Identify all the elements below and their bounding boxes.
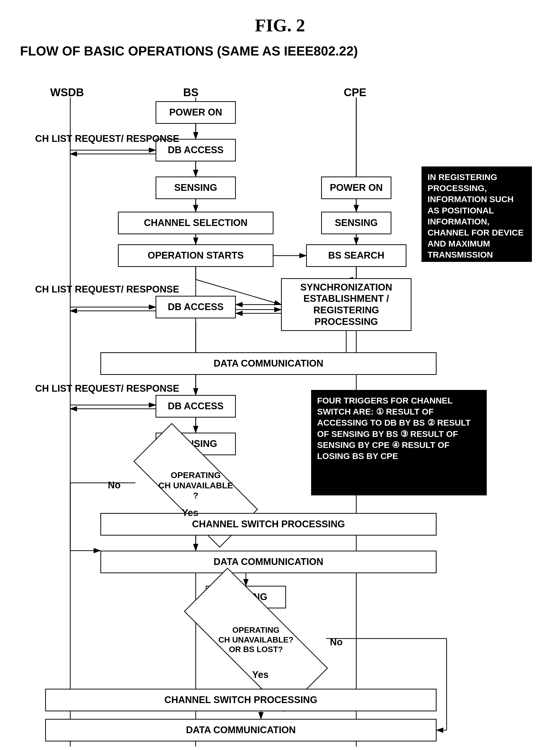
flow-subtitle: FLOW OF BASIC OPERATIONS (SAME AS IEEE80…: [20, 43, 540, 59]
power-on-bs-box: POWER ON: [155, 101, 236, 124]
data-comm-1-box: DATA COMMUNICATION: [100, 352, 437, 375]
yes-1-label: Yes: [182, 507, 199, 519]
bs-label: BS: [183, 86, 199, 99]
ch-switch-1-box: CHANNEL SWITCH PROCESSING: [100, 513, 437, 536]
db-access-3-box: DB ACCESS: [155, 395, 236, 418]
cpe-label: CPE: [344, 86, 366, 99]
ch-list-2-label: CH LIST REQUEST/ RESPONSE: [35, 283, 179, 296]
sensing-cpe-box: SENSING: [321, 212, 391, 234]
ch-list-3-label: CH LIST REQUEST/ RESPONSE: [35, 382, 179, 395]
ch-switch-2-box: CHANNEL SWITCH PROCESSING: [45, 689, 437, 711]
ch-list-1-label: CH LIST REQUEST/ RESPONSE: [35, 133, 179, 145]
op-ch-unavail-1-diamond: OPERATING CH UNAVAILABLE ?: [136, 459, 256, 512]
operation-starts-box: OPERATION STARTS: [118, 244, 273, 267]
sync-est-box: SYNCHRONIZATION ESTABLISHMENT / REGISTER…: [281, 278, 412, 331]
no-1-label: No: [108, 479, 121, 491]
op-ch-unavail-2-diamond: OPERATING CH UNAVAILABLE? OR BS LOST?: [186, 610, 326, 670]
no-2-label: No: [330, 636, 343, 648]
bs-search-box: BS SEARCH: [306, 244, 407, 267]
four-triggers-annotation: FOUR TRIGGERS FOR CHANNEL SWITCH ARE: ① …: [311, 390, 487, 495]
db-access-2-box: DB ACCESS: [155, 296, 236, 318]
figure-title: FIG. 2: [20, 15, 540, 36]
wsdb-label: WSDB: [50, 86, 84, 99]
data-comm-2-box: DATA COMMUNICATION: [100, 551, 437, 573]
registering-annotation: IN REGISTERING PROCESSING, INFORMATION S…: [421, 166, 532, 262]
power-on-cpe-box: POWER ON: [321, 177, 391, 199]
data-comm-3-box: DATA COMMUNICATION: [45, 719, 437, 742]
diagram-container: WSDB BS CPE POWER ON DB ACCESS SENSING C…: [20, 68, 540, 747]
sensing-1-box: SENSING: [155, 177, 236, 199]
yes-2-label: Yes: [252, 669, 269, 681]
channel-selection-box: CHANNEL SELECTION: [118, 212, 273, 234]
